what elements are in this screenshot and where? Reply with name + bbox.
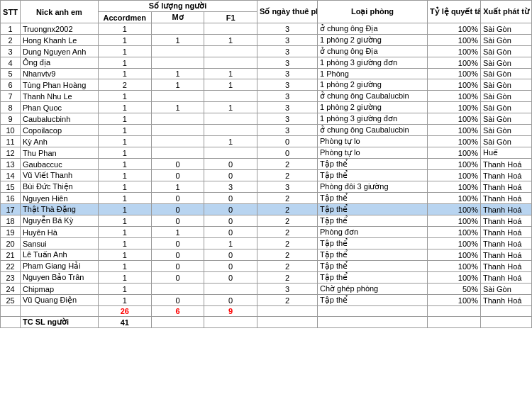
- cell-tyle: 100%: [428, 57, 481, 69]
- cell-ngaythue: 3: [257, 113, 318, 125]
- cell-stt: 12: [1, 147, 21, 159]
- cell-tyle: 50%: [428, 284, 481, 295]
- cell-xuatphat: Sài Gòn: [481, 79, 532, 91]
- col-header-mo: Mơ: [151, 12, 204, 23]
- cell-xuatphat: Sài Gòn: [481, 91, 532, 102]
- cell-mo: 0: [151, 204, 204, 215]
- cell-loaiphong: Tập thể: [318, 249, 428, 261]
- cell-stt: 10: [1, 125, 21, 136]
- cell-empty: [257, 317, 318, 328]
- cell-stt: 18: [1, 215, 21, 227]
- cell-accordmen: 1: [99, 57, 152, 69]
- cell-f1: 0: [204, 261, 257, 272]
- cell-ngaythue: 3: [257, 181, 318, 193]
- cell-nick: Caubalucbinh: [21, 113, 99, 125]
- cell-empty: [481, 317, 532, 328]
- cell-ngaythue: 0: [257, 136, 318, 147]
- cell-nick: Lê Tuấn Anh: [21, 249, 99, 261]
- col-header-loaiphong: Loại phòng: [318, 1, 428, 23]
- cell-tyle: 100%: [428, 46, 481, 57]
- cell-nick: Nhanvtv9: [21, 69, 99, 79]
- cell-f1: [204, 91, 257, 102]
- cell-mo: [151, 284, 204, 295]
- cell-f1: 0: [204, 272, 257, 284]
- cell-stt: 20: [1, 238, 21, 249]
- cell-f1: 0: [204, 204, 257, 215]
- cell-stt: 17: [1, 204, 21, 215]
- cell-tyle: 100%: [428, 193, 481, 204]
- table-row: 18Nguyễn Bá Kỳ1002Tập thể100%Thanh Hoá: [1, 215, 532, 227]
- cell-tyle: 100%: [428, 91, 481, 102]
- cell-ngaythue: 3: [257, 57, 318, 69]
- cell-ngaythue: 2: [257, 238, 318, 249]
- table-row: 24Chipmap13Chờ ghép phòng50%Sài Gòn: [1, 284, 532, 295]
- cell-ngaythue: 3: [257, 69, 318, 79]
- cell-tyle: 100%: [428, 113, 481, 125]
- cell-f1: 0: [204, 159, 257, 170]
- cell-mo: 0: [151, 215, 204, 227]
- cell-accordmen: 1: [99, 35, 152, 46]
- cell-mo: 1: [151, 102, 204, 113]
- cell-loaiphong: 1 phòng 3 giường đơn: [318, 113, 428, 125]
- cell-nick: Pham Giang Hải: [21, 261, 99, 272]
- cell-f1: [204, 23, 257, 35]
- cell-accordmen: 1: [99, 238, 152, 249]
- cell-f1: [204, 57, 257, 69]
- cell-loaiphong: 1 phòng 3 giường đơn: [318, 57, 428, 69]
- table-row: 12Thu Phan10Phòng tự lo100%Huế: [1, 147, 532, 159]
- cell-xuatphat: Thanh Hoá: [481, 193, 532, 204]
- cell-sum-mo: 6: [151, 306, 204, 317]
- cell-loaiphong: Tập thể: [318, 272, 428, 284]
- cell-xuatphat: Thanh Hoá: [481, 159, 532, 170]
- cell-nick: Vũ Quang Điện: [21, 295, 99, 306]
- cell-nick: Thật Thà Đặng: [21, 204, 99, 215]
- cell-loaiphong: 1 Phòng: [318, 69, 428, 79]
- cell-mo: 0: [151, 238, 204, 249]
- cell-nick: Sansui: [21, 238, 99, 249]
- cell-mo: [151, 57, 204, 69]
- cell-xuatphat: Thanh Hoá: [481, 204, 532, 215]
- cell-xuatphat: Thanh Hoá: [481, 181, 532, 193]
- cell-xuatphat: Huế: [481, 147, 532, 159]
- cell-accordmen: 1: [99, 204, 152, 215]
- cell-mo: 0: [151, 193, 204, 204]
- cell-empty: [428, 317, 481, 328]
- cell-ngaythue: 2: [257, 170, 318, 181]
- table-body: 1Truongnx200213ở chung ông Địa100%Sài Gò…: [1, 23, 532, 328]
- cell-tc-value: 41: [99, 317, 152, 328]
- cell-mo: 0: [151, 170, 204, 181]
- cell-mo: 0: [151, 261, 204, 272]
- cell-f1: 0: [204, 215, 257, 227]
- cell-ngaythue: 0: [257, 147, 318, 159]
- cell-mo: [151, 46, 204, 57]
- cell-tyle: 100%: [428, 170, 481, 181]
- cell-tyle: 100%: [428, 102, 481, 113]
- col-header-stt: STT: [1, 1, 21, 23]
- cell-mo: [151, 136, 204, 147]
- cell-nick: Phan Quoc: [21, 102, 99, 113]
- cell-tyle: 100%: [428, 295, 481, 306]
- cell-accordmen: 1: [99, 125, 152, 136]
- cell-nick: Kỳ Anh: [21, 136, 99, 147]
- cell-loaiphong: Tập thể: [318, 170, 428, 181]
- cell-mo: [151, 91, 204, 102]
- cell-loaiphong: 1 phòng 2 giường: [318, 79, 428, 91]
- cell-loaiphong: Tập thể: [318, 261, 428, 272]
- cell-mo: 0: [151, 272, 204, 284]
- cell-empty: [318, 306, 428, 317]
- table-row: 15Bùi Đức Thiện1133Phòng đôi 3 giường100…: [1, 181, 532, 193]
- cell-loaiphong: Tập thể: [318, 238, 428, 249]
- cell-f1: [204, 113, 257, 125]
- cell-stt: 15: [1, 181, 21, 193]
- cell-tyle: 100%: [428, 125, 481, 136]
- total-row-1: 2669: [1, 306, 532, 317]
- table-row: 14Vũ Viết Thanh1002Tập thể100%Thanh Hoá: [1, 170, 532, 181]
- cell-loaiphong: Chờ ghép phòng: [318, 284, 428, 295]
- table-row: 21Lê Tuấn Anh1002Tập thể100%Thanh Hoá: [1, 249, 532, 261]
- cell-xuatphat: Thanh Hoá: [481, 272, 532, 284]
- cell-mo: 1: [151, 35, 204, 46]
- table-row: 1Truongnx200213ở chung ông Địa100%Sài Gò…: [1, 23, 532, 35]
- cell-accordmen: 1: [99, 159, 152, 170]
- cell-stt: 19: [1, 227, 21, 238]
- cell-xuatphat: Sài Gòn: [481, 102, 532, 113]
